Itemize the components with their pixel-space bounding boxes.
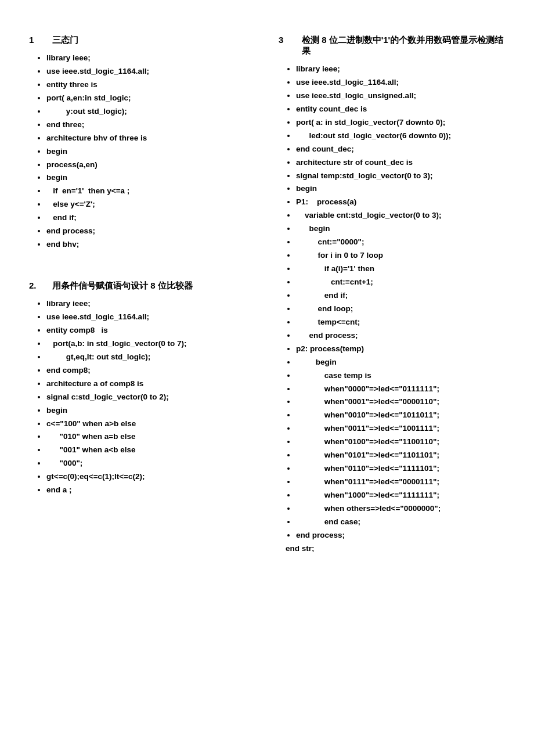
code-line: use ieee.std_logic_1164.all;	[46, 311, 255, 324]
code-line: end a ;	[46, 484, 255, 497]
code-line: gt<=c(0);eq<=c(1);lt<=c(2);	[46, 470, 255, 484]
code-line: c<="100" when a>b else	[46, 417, 255, 431]
section-1-code: library ieee; use ieee.std_logic_1164.al…	[29, 52, 255, 251]
code-line: end process;	[46, 225, 255, 238]
code-line: use ieee.std_logic_unsigned.all;	[296, 89, 505, 103]
code-line: end process;	[296, 329, 505, 343]
code-line: "010" when a=b else	[46, 430, 255, 444]
code-line: end loop;	[296, 303, 505, 316]
col-right: 3 检测 8 位二进制数中'1'的个数并用数码管显示检测结果 library i…	[279, 35, 505, 579]
code-line: variable cnt:std_logic_vector(0 to 3);	[296, 209, 505, 222]
code-line: when"0111"=>led<="0000111";	[296, 476, 505, 489]
code-line: when"0101"=>led<="1101101";	[296, 449, 505, 462]
section-1-num: 1	[29, 35, 41, 45]
code-line: "001" when a<b else	[46, 444, 255, 457]
code-line: end if;	[46, 211, 255, 225]
section-2-num: 2.	[29, 280, 41, 290]
section-3-title: 3 检测 8 位二进制数中'1'的个数并用数码管显示检测结果	[279, 35, 505, 57]
code-line: end process;	[296, 529, 505, 542]
section-3-num: 3	[279, 35, 290, 45]
code-line: end case;	[296, 516, 505, 529]
section-1-title: 1 三态门	[29, 35, 255, 46]
section-2-heading: 用条件信号赋值语句设计 8 位比较器	[52, 280, 193, 291]
code-line: architecture a of comp8 is	[46, 377, 255, 391]
code-line: else y<='Z';	[46, 198, 255, 211]
code-line: gt,eq,lt: out std_logic);	[46, 351, 255, 364]
code-line: for i in 0 to 7 loop	[296, 249, 505, 262]
code-line: "000";	[46, 457, 255, 470]
code-line: process(a,en)	[46, 159, 255, 172]
code-line: entity comp8 is	[46, 324, 255, 337]
code-line: led:out std_logic_vector(6 downto 0));	[296, 129, 505, 143]
section-1: 1 三态门 library ieee; use ieee.std_logic_1…	[29, 35, 255, 251]
section-1-heading: 三态门	[52, 35, 78, 46]
col-left: 1 三态门 library ieee; use ieee.std_logic_1…	[29, 35, 255, 579]
code-line: when"0100"=>led<="1100110";	[296, 435, 505, 449]
code-line: if en='1' then y<=a ;	[46, 185, 255, 198]
code-line: temp<=cnt;	[296, 316, 505, 329]
code-line: case temp is	[296, 369, 505, 383]
code-line: signal c:std_logic_vector(0 to 2);	[46, 391, 255, 404]
section-2-code: library ieee; use ieee.std_logic_1164.al…	[29, 297, 255, 497]
code-line: library ieee;	[296, 63, 505, 76]
code-line: when others=>led<="0000000";	[296, 502, 505, 516]
code-line: end comp8;	[46, 364, 255, 377]
code-line: when"0000"=>led<="0111111";	[296, 383, 505, 396]
code-line: end bhv;	[46, 238, 255, 251]
code-line: begin	[46, 404, 255, 417]
code-line: when"1000"=>led<="1111111";	[296, 489, 505, 502]
section-3-code: library ieee; use ieee.std_logic_1164.al…	[279, 63, 505, 556]
code-line: entity three is	[46, 78, 255, 92]
code-line: end count_dec;	[296, 143, 505, 156]
code-line: when"0110"=>led<="1111101";	[296, 462, 505, 476]
code-line: port( a,en:in std_logic;	[46, 92, 255, 105]
code-line: P1: process(a)	[296, 196, 505, 209]
code-line: begin	[46, 145, 255, 159]
code-line: when"0010"=>led<="1011011";	[296, 409, 505, 422]
code-line: begin	[296, 182, 505, 196]
code-line: begin	[46, 171, 255, 185]
code-line: port(a,b: in std_logic_vector(0 to 7);	[46, 337, 255, 351]
code-line: when"0011"=>led<="1001111";	[296, 422, 505, 435]
code-line: architecture bhv of three is	[46, 132, 255, 145]
code-line: end str;	[286, 542, 505, 556]
code-line: end three;	[46, 118, 255, 132]
section-2-title: 2. 用条件信号赋值语句设计 8 位比较器	[29, 280, 255, 291]
code-line: p2: process(temp)	[296, 343, 505, 356]
code-line: use ieee.std_logic_1164.all;	[296, 76, 505, 89]
code-line: begin	[296, 222, 505, 236]
section-3: 3 检测 8 位二进制数中'1'的个数并用数码管显示检测结果 library i…	[279, 35, 505, 556]
code-line: port( a: in std_logic_vector(7 downto 0)…	[296, 116, 505, 129]
code-line: use ieee.std_logic_1164.all;	[46, 65, 255, 78]
code-line: library ieee;	[46, 52, 255, 65]
section-2: 2. 用条件信号赋值语句设计 8 位比较器 library ieee; use …	[29, 280, 255, 497]
code-line: if a(i)='1' then	[296, 262, 505, 276]
code-line: signal temp:std_logic_vector(0 to 3);	[296, 170, 505, 183]
code-line: y:out std_logic);	[46, 105, 255, 118]
code-line: begin	[296, 356, 505, 369]
code-line: library ieee;	[46, 297, 255, 311]
code-line: cnt:=cnt+1;	[296, 276, 505, 289]
code-line: architecture str of count_dec is	[296, 156, 505, 170]
code-line: end if;	[296, 289, 505, 303]
code-line: when"0001"=>led<="0000110";	[296, 395, 505, 409]
section-3-heading: 检测 8 位二进制数中'1'的个数并用数码管显示检测结果	[302, 35, 505, 57]
code-line: entity count_dec is	[296, 103, 505, 116]
code-line: cnt:="0000";	[296, 236, 505, 249]
